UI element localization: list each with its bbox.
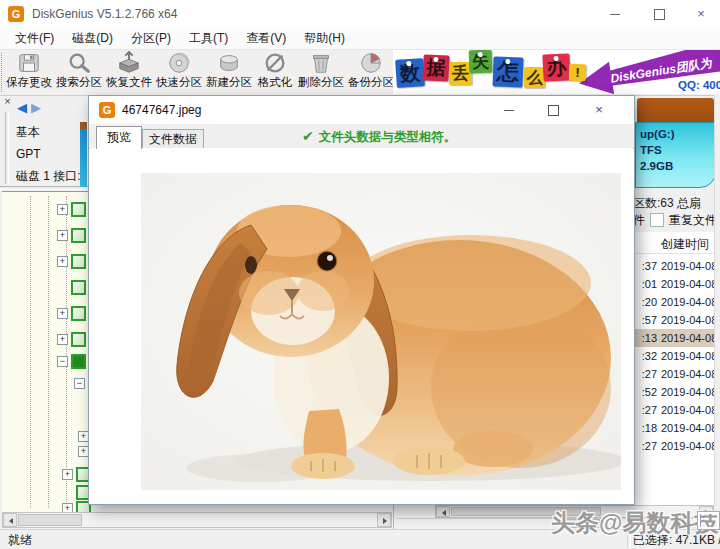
save-changes-label: 保存更改: [6, 75, 52, 90]
tree-partition-node[interactable]: [71, 332, 86, 347]
tree-guide-line: [30, 196, 31, 508]
panel-close-icon[interactable]: ×: [2, 96, 13, 107]
status-ready-text: 就绪: [8, 532, 32, 549]
window-close-button[interactable]: ×: [688, 4, 714, 24]
menubar: 文件(F)磁盘(D)分区(P)工具(T)查看(V)帮助(H): [0, 28, 720, 50]
tree-partition-node[interactable]: [71, 306, 86, 321]
menu-item-5[interactable]: 帮助(H): [295, 28, 354, 49]
file-created-date: 2019-04-08: [661, 260, 717, 272]
file-row[interactable]: :182019-04-08: [633, 419, 714, 437]
format-button[interactable]: 格式化: [254, 50, 296, 95]
file-time: :27: [633, 440, 657, 452]
save-changes-button[interactable]: 保存更改: [4, 50, 54, 95]
file-time: :13: [633, 332, 657, 344]
search-partition-label: 搜索分区: [56, 75, 102, 90]
ad-tile-数: 数: [395, 58, 425, 88]
tree-guide-line: [48, 196, 49, 508]
ad-tile-据: 据: [422, 54, 449, 81]
partition-box[interactable]: up(G:) TFS 2.9GB: [635, 122, 716, 188]
rabbit-photo: [141, 173, 621, 490]
file-row[interactable]: :012019-04-08: [633, 275, 714, 293]
file-created-date: 2019-04-08: [661, 278, 717, 290]
file-list-header[interactable]: 创建时间: [633, 233, 714, 254]
ad-tile-失: 失: [469, 50, 493, 73]
file-row[interactable]: :372019-04-08: [633, 257, 714, 275]
format-label: 格式化: [258, 75, 293, 90]
menu-item-3[interactable]: 工具(T): [180, 28, 237, 49]
file-time: :52: [633, 386, 657, 398]
window-right-edge: [714, 95, 720, 505]
menu-item-4[interactable]: 查看(V): [237, 28, 295, 49]
scroll-right-arrow[interactable]: [377, 513, 391, 527]
tree-expand-box[interactable]: +: [57, 308, 68, 319]
file-row[interactable]: :322019-04-08: [633, 347, 714, 365]
dialog-title: 46747647.jpeg: [122, 103, 201, 117]
file-created-date: 2019-04-08: [661, 350, 717, 362]
backup-partition-button[interactable]: 备份分区: [346, 50, 396, 95]
quick-partition-button[interactable]: 快速分区: [154, 50, 204, 95]
dialog-close-button[interactable]: ×: [585, 100, 613, 120]
file-row[interactable]: :132019-04-08: [633, 329, 714, 347]
window-minimize-button[interactable]: [602, 4, 628, 24]
file-created-date: 2019-04-08: [661, 386, 717, 398]
tree-collapse-box[interactable]: −: [74, 378, 85, 389]
scroll-left-arrow[interactable]: [436, 506, 450, 517]
tree-expand-box[interactable]: +: [57, 230, 68, 241]
tree-partition-node[interactable]: [71, 202, 86, 217]
panel-splitter-grip[interactable]: [5, 112, 9, 184]
scroll-thumb[interactable]: [18, 514, 82, 526]
ad-pin-dot: [505, 59, 510, 64]
tree-partition-node[interactable]: [71, 280, 86, 295]
ad-tile-办: 办: [542, 53, 570, 81]
tree-hscrollbar[interactable]: [2, 512, 392, 528]
file-row[interactable]: :522019-04-08: [633, 383, 714, 401]
tab-preview[interactable]: 预览: [96, 126, 142, 149]
tree-expand-box[interactable]: +: [57, 256, 68, 267]
ad-pin-dot: [477, 52, 482, 57]
dialog-minimize-button[interactable]: [495, 100, 523, 120]
partition-tree: +++++−−++++: [2, 191, 88, 513]
recover-files-button[interactable]: 恢复文件: [104, 50, 154, 95]
tree-partition-node[interactable]: [71, 354, 86, 369]
file-time: :37: [633, 260, 657, 272]
tab-file-data[interactable]: 文件数据: [142, 129, 204, 149]
partition-bar-edge: [80, 129, 87, 187]
file-row[interactable]: :272019-04-08: [633, 365, 714, 383]
file-row[interactable]: :202019-04-08: [633, 293, 714, 311]
menu-item-2[interactable]: 分区(P): [122, 28, 180, 49]
tree-expand-box[interactable]: +: [57, 204, 68, 215]
dialog-titlebar[interactable]: G 46747647.jpeg ×: [89, 96, 634, 124]
file-created-date: 2019-04-08: [661, 332, 717, 344]
save-changes-icon: [17, 51, 41, 75]
menu-item-1[interactable]: 磁盘(D): [63, 28, 122, 49]
file-row[interactable]: :272019-04-08: [633, 401, 714, 419]
watermark-text: 头条@易数科技: [551, 507, 718, 539]
nav-back-icon[interactable]: ◀: [17, 100, 27, 116]
window-maximize-button[interactable]: [646, 4, 672, 24]
tree-expand-box[interactable]: +: [57, 334, 68, 345]
tree-partition-node[interactable]: [71, 254, 86, 269]
file-created-date: 2019-04-08: [661, 314, 717, 326]
new-partition-icon: [217, 51, 241, 75]
duplicate-files-checkbox[interactable]: [650, 213, 664, 227]
new-partition-button[interactable]: 新建分区: [204, 50, 254, 95]
tree-guide-line: [66, 196, 67, 508]
tree-partition-node[interactable]: [71, 228, 86, 243]
ad-pin-dot: [433, 57, 438, 62]
promo-banner[interactable]: DiskGenius团队为 QQ: 400 数据丢失怎么办!: [393, 50, 720, 94]
format-icon: [263, 51, 287, 75]
menu-item-0[interactable]: 文件(F): [6, 28, 63, 49]
recover-files-icon: [117, 51, 141, 75]
file-time: :20: [633, 296, 657, 308]
file-row[interactable]: :572019-04-08: [633, 311, 714, 329]
search-partition-button[interactable]: 搜索分区: [54, 50, 104, 95]
scroll-left-arrow[interactable]: [3, 513, 17, 527]
partition-filesystem: TFS: [640, 144, 662, 156]
dialog-maximize-button[interactable]: [539, 100, 567, 120]
file-row[interactable]: :272019-04-08: [633, 437, 714, 455]
delete-partition-button[interactable]: 删除分区: [296, 50, 346, 95]
tree-collapse-box[interactable]: −: [57, 356, 68, 367]
ad-tile-怎: 怎: [492, 56, 523, 87]
nav-forward-icon[interactable]: ▶: [31, 100, 41, 116]
tree-expand-box[interactable]: +: [62, 469, 73, 480]
